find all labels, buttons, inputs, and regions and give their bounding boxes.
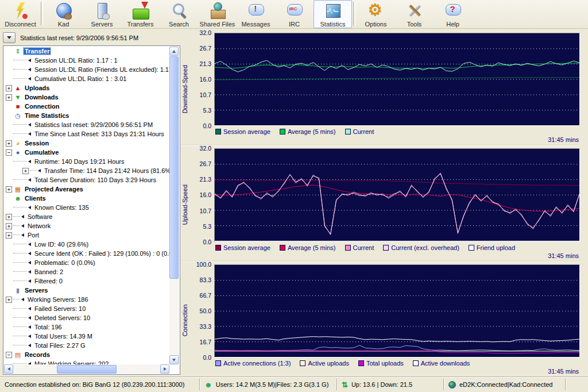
tree-item-transfer-time[interactable]: +Transfer Time: 114 Days 21:42 Hours (81…: [6, 166, 169, 175]
tree-group-cumulative[interactable]: −●Cumulative: [6, 148, 169, 157]
toolbar-button-irc[interactable]: IRC: [275, 0, 314, 28]
tree-bullet-icon: [21, 233, 24, 237]
ytick-label: 0.0: [203, 354, 211, 361]
tree-expand-plus[interactable]: +: [6, 232, 12, 239]
scroll-down-button[interactable]: [169, 355, 179, 364]
stats-dropdown-button[interactable]: [3, 32, 16, 43]
toolbar-button-servers[interactable]: Servers: [83, 0, 121, 28]
scroll-left-button[interactable]: [4, 364, 13, 374]
tree-connector: [13, 161, 27, 162]
toolbar-button-tools[interactable]: Tools: [395, 0, 434, 28]
ytick-label: 0.0: [203, 239, 211, 245]
tree-expand-plus[interactable]: +: [6, 186, 12, 193]
tree-group-projected-averages[interactable]: +▦Projected Averages: [6, 185, 169, 194]
tree-expand-plus[interactable]: +: [6, 94, 12, 101]
tree-item-working-servers[interactable]: +Working Servers: 186: [6, 295, 169, 304]
tree-item-banned[interactable]: Banned: 2: [6, 267, 169, 276]
toolbar-button-kad[interactable]: Kad: [44, 0, 83, 28]
tree-group-uploads[interactable]: +▲Uploads: [6, 83, 169, 93]
tree-item-time-since-last-reset[interactable]: Time Since Last Reset: 313 Days 21:31 Ho…: [6, 129, 169, 139]
ytick-label: 21.3: [200, 176, 211, 183]
tree-bullet-icon: [28, 325, 31, 329]
tree-item-cumulative-ul[interactable]: Cumulative UL:DL Ratio: 1 : 3.01: [6, 74, 169, 83]
chart-plot[interactable]: [214, 148, 580, 241]
chart-yticks: 100.083.366.750.033.316.70.0: [191, 264, 214, 358]
tree-item-label: Clients: [24, 195, 47, 202]
tree-connector: [13, 326, 27, 328]
toolbar-button-label: Tools: [407, 21, 422, 28]
tree-item-runtime[interactable]: Runtime: 140 Days 19:21 Hours: [6, 157, 169, 166]
irc-icon: [285, 2, 304, 20]
tree-item-total-users[interactable]: Total Users: 14.39 M: [6, 332, 169, 341]
tree-group-downloads[interactable]: +▼Downloads: [6, 93, 169, 102]
records-icon: ▤: [13, 351, 22, 359]
chart-plot[interactable]: [214, 264, 580, 358]
tree-bullet-icon: [28, 307, 31, 310]
chart-plot[interactable]: [214, 33, 580, 126]
tree-item-total-server-duration[interactable]: Total Server Duration: 110 Days 3:29 Hou…: [6, 175, 169, 185]
ytick-label: 83.3: [200, 276, 211, 283]
tree-expand-plus[interactable]: +: [6, 140, 12, 147]
tree-bullet-icon: [21, 224, 24, 228]
toolbar-button-disconnect[interactable]: Disconnect: [1, 0, 40, 28]
tree-item-label: Servers: [24, 287, 49, 294]
tree-group-time-statistics[interactable]: ◷Time Statistics: [6, 111, 169, 120]
tree-item-label: Projected Averages: [24, 186, 84, 193]
tree-connector: [13, 299, 20, 300]
tree-item-session-ul[interactable]: Session UL:DL Ratio: 1.17 : 1: [6, 56, 169, 65]
tree-item-filtered[interactable]: Filtered: 0: [6, 276, 169, 286]
tree-item-software[interactable]: +Software: [6, 212, 169, 221]
tree-item-statistics-last-reset[interactable]: Statistics last reset: 9/29/2006 9:56:51…: [6, 120, 169, 129]
toolbar-button-help[interactable]: Help: [434, 0, 472, 28]
tree-group-clients[interactable]: ☻Clients: [6, 194, 169, 203]
tree-item-port[interactable]: +Port: [6, 230, 169, 240]
tree-bullet-icon: [28, 132, 31, 136]
tree-item-low-id[interactable]: Low ID: 40 (29.6%): [6, 240, 169, 249]
tree-item-secure-ident-ok[interactable]: Secure Ident (OK : Failed ): 129 (100.0%…: [6, 249, 169, 258]
tree-item-max-working-servers[interactable]: Max Working Servers: 202: [6, 359, 169, 364]
tree-group-servers[interactable]: ▮Servers: [6, 286, 169, 295]
tree-item-failed-servers[interactable]: Failed Servers: 10: [6, 304, 169, 313]
stats-reset-label: Statistics last reset: 9/29/2006 9:56:51…: [20, 34, 138, 41]
toolbar-button-options[interactable]: Options: [357, 0, 395, 28]
toolbar-button-shared-files[interactable]: Shared Files: [198, 0, 237, 28]
tree-vertical-scrollbar[interactable]: [169, 47, 179, 364]
tree-item-known-clients[interactable]: Known Clients: 135: [6, 203, 169, 212]
toolbar-button-statistics[interactable]: Statistics: [314, 0, 352, 28]
tree-group-records[interactable]: −▤Records: [6, 350, 169, 359]
legend-swatch: [413, 360, 419, 366]
ytick-label: 32.0: [200, 29, 211, 36]
tree-item-total[interactable]: Total: 196: [6, 322, 169, 332]
tree-bullet-icon: [28, 68, 31, 71]
ytick-label: 5.3: [203, 223, 211, 230]
tree-item-deleted-servers[interactable]: Deleted Servers: 10: [6, 313, 169, 322]
scroll-right-button[interactable]: [160, 364, 169, 374]
tree-connector: [13, 271, 27, 272]
tree-group-transfer[interactable]: ⇕Transfer: [6, 47, 169, 56]
tree-bullet-icon: [21, 215, 24, 218]
tree-item-network[interactable]: +Network: [6, 221, 169, 230]
vertical-scroll-thumb[interactable]: [169, 56, 179, 279]
horizontal-scroll-thumb[interactable]: [57, 365, 117, 374]
scroll-up-button[interactable]: [169, 47, 179, 56]
tree-expand-plus[interactable]: +: [6, 223, 12, 229]
ytick-label: 10.7: [200, 207, 211, 214]
tree-expand-plus[interactable]: +: [6, 297, 12, 303]
tree-group-connection[interactable]: ■Connection: [6, 102, 169, 111]
tree-expand-plus[interactable]: +: [22, 168, 29, 174]
toolbar-button-transfers[interactable]: Transfers: [121, 0, 160, 28]
tree-group-session[interactable]: +◕Session: [6, 139, 169, 148]
expand-slot: +: [22, 168, 30, 174]
toolbar-button-messages[interactable]: Messages: [237, 0, 275, 28]
toolbar-button-search[interactable]: Search: [160, 0, 198, 28]
tree-horizontal-scrollbar[interactable]: [4, 364, 169, 374]
ytick-label: 66.7: [200, 292, 211, 299]
tree-expand-minus[interactable]: −: [6, 352, 12, 358]
tree-expand-plus[interactable]: +: [6, 85, 12, 91]
tree-expand-minus[interactable]: −: [6, 149, 12, 156]
tree-item-total-files[interactable]: Total Files: 2.27 G: [6, 341, 169, 350]
expand-slot: +: [6, 214, 13, 220]
tree-expand-plus[interactable]: +: [6, 214, 12, 220]
tree-item-session-ul[interactable]: Session UL:DL Ratio (Friends UL excluded…: [6, 65, 169, 74]
tree-item-problematic[interactable]: Problematic: 0 (0.0%): [6, 258, 169, 267]
